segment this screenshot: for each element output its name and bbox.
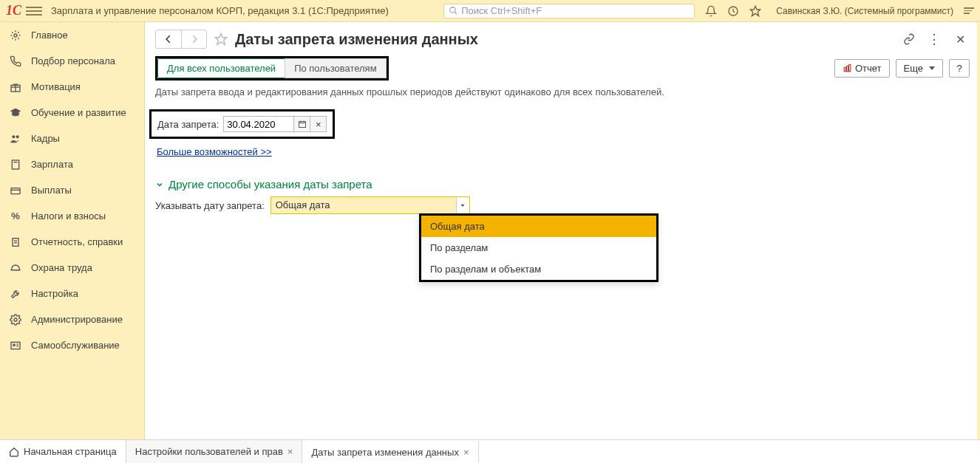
date-restriction-input[interactable] — [223, 116, 294, 132]
svg-line-1 — [455, 12, 457, 14]
svg-rect-38 — [846, 66, 848, 72]
date-mode-select[interactable]: Общая дата — [270, 196, 470, 214]
sidebar-item-settings[interactable]: Настройка — [0, 281, 144, 306]
sidebar-item-recruit[interactable]: Подбор персонала — [0, 48, 144, 74]
tab-home-page[interactable]: Начальная страница — [0, 440, 126, 463]
svg-rect-37 — [844, 67, 845, 71]
sidebar-item-safety[interactable]: Охрана труда — [0, 255, 144, 281]
sidebar-item-motivation[interactable]: Мотивация — [0, 74, 144, 100]
close-button[interactable]: ✕ — [951, 32, 970, 47]
svg-point-3 — [14, 34, 17, 37]
svg-point-33 — [13, 344, 16, 346]
sidebar-item-training[interactable]: Обучение и развитие — [0, 100, 144, 126]
help-button[interactable]: ? — [949, 59, 970, 78]
user-scope-tabs: Для всех пользователей По пользователям — [155, 56, 389, 80]
expander-title-text: Другие способы указания даты запрета — [169, 178, 372, 191]
sidebar-item-label: Выплаты — [31, 185, 72, 196]
sidebar-item-reports[interactable]: Отчетность, справки — [0, 229, 144, 255]
more-button-label: Еще — [904, 63, 923, 74]
phone-icon — [9, 55, 22, 68]
search-icon — [449, 6, 458, 16]
current-user[interactable]: Савинская З.Ю. (Системный программист) — [776, 6, 953, 16]
svg-rect-32 — [11, 342, 20, 349]
more-options-link[interactable]: Больше возможностей >> — [157, 146, 272, 157]
dropdown-option[interactable]: Общая дата — [421, 216, 656, 237]
menu-icon[interactable] — [26, 7, 42, 16]
people-icon — [9, 132, 22, 145]
nav-forward-button[interactable] — [181, 30, 206, 48]
id-card-icon — [9, 339, 22, 352]
logo-1c-icon: 1C — [6, 3, 21, 18]
search-input[interactable]: Поиск Ctrl+Shift+F — [443, 4, 695, 18]
tab-user-settings[interactable]: Настройки пользователей и прав × — [126, 440, 303, 463]
tab-close-button[interactable]: × — [287, 446, 293, 457]
clear-date-button[interactable]: × — [310, 116, 327, 132]
svg-rect-39 — [849, 65, 851, 72]
report-button-label: Отчет — [855, 63, 882, 74]
tab-date-restrictions[interactable]: Даты запрета изменения данных × — [302, 440, 478, 463]
favorite-star-icon[interactable] — [749, 5, 761, 17]
dropdown-option[interactable]: По разделам и объектам — [421, 258, 656, 280]
dropdown-label: Указывать дату запрета: — [155, 200, 265, 211]
svg-rect-17 — [12, 160, 18, 169]
tab-by-users[interactable]: По пользователям — [285, 58, 386, 78]
sidebar-item-main[interactable]: Главное — [0, 22, 144, 48]
sidebar-item-label: Настройка — [31, 288, 78, 299]
svg-marker-2 — [751, 6, 760, 16]
sidebar-item-label: Кадры — [31, 133, 60, 144]
svg-line-11 — [18, 32, 18, 32]
more-button[interactable]: Еще — [896, 59, 943, 78]
graduation-icon — [9, 106, 22, 120]
sidebar-item-taxes[interactable]: %Налоги и взносы — [0, 203, 144, 229]
sidebar-item-salary[interactable]: Зарплата — [0, 151, 144, 177]
calendar-icon — [298, 120, 307, 128]
history-icon[interactable] — [727, 5, 739, 17]
helmet-icon — [9, 261, 22, 275]
tab-all-users[interactable]: Для всех пользователей — [157, 58, 285, 78]
tab-label: Настройки пользователей и прав — [135, 446, 283, 457]
tab-label: Даты запрета изменения данных — [311, 447, 458, 458]
report-icon — [843, 64, 852, 73]
svg-marker-36 — [216, 34, 227, 45]
nav-back-button[interactable] — [156, 30, 181, 48]
dropdown-toggle[interactable] — [456, 197, 469, 213]
bell-icon[interactable] — [705, 5, 717, 17]
tab-close-button[interactable]: × — [463, 447, 469, 458]
description-text: Даты запрета ввода и редактирования данн… — [145, 85, 980, 105]
gear-icon — [9, 313, 22, 326]
date-restriction-label: Дата запрета: — [157, 119, 219, 130]
svg-point-0 — [450, 7, 456, 13]
home-icon — [9, 447, 19, 457]
svg-point-16 — [16, 135, 19, 138]
sidebar-item-selfservice[interactable]: Самообслуживание — [0, 332, 144, 358]
calendar-picker-button[interactable] — [294, 116, 310, 132]
sidebar-item-label: Мотивация — [31, 81, 81, 92]
app-title: Зарплата и управление персоналом КОРП, р… — [51, 5, 389, 16]
date-mode-select-value: Общая дата — [271, 197, 456, 213]
svg-point-31 — [14, 318, 17, 321]
report-button[interactable]: Отчет — [834, 59, 890, 78]
sidebar-item-label: Самообслуживание — [31, 340, 120, 351]
date-restriction-group: Дата запрета: × — [149, 109, 335, 139]
window-tabs: Начальная страница Настройки пользовател… — [0, 439, 980, 463]
search-placeholder: Поиск Ctrl+Shift+F — [461, 5, 542, 16]
wallet-icon — [9, 184, 22, 197]
svg-rect-25 — [11, 188, 20, 193]
window-options-icon[interactable] — [964, 7, 974, 14]
sidebar-item-label: Главное — [31, 30, 68, 41]
svg-point-15 — [12, 135, 15, 138]
sidebar-item-label: Администрирование — [31, 314, 123, 325]
link-icon[interactable] — [901, 31, 917, 47]
sidebar-item-hr[interactable]: Кадры — [0, 126, 144, 151]
favorite-toggle[interactable] — [213, 31, 229, 47]
dropdown-option[interactable]: По разделам — [421, 237, 656, 258]
chevron-down-icon — [155, 180, 164, 189]
sidebar-item-admin[interactable]: Администрирование — [0, 306, 144, 332]
calculator-icon — [9, 158, 22, 171]
sidebar-item-payouts[interactable]: Выплаты — [0, 177, 144, 203]
svg-marker-44 — [461, 205, 465, 207]
svg-line-8 — [12, 32, 13, 32]
alternate-methods-expander[interactable]: Другие способы указания даты запрета — [145, 162, 980, 195]
more-menu-icon[interactable]: ⋮ — [923, 31, 945, 47]
date-mode-dropdown-list: Общая дата По разделам По разделам и объ… — [419, 213, 659, 282]
